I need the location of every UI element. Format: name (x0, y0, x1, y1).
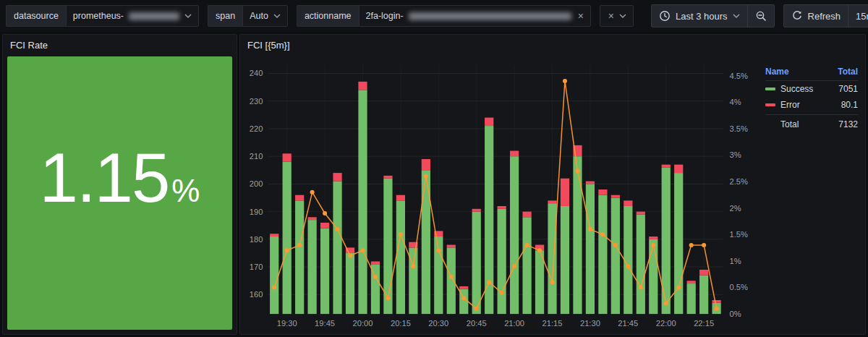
bar-error[interactable] (611, 195, 620, 198)
fci-line-point[interactable] (651, 243, 655, 247)
refresh-interval-select[interactable]: 15m (848, 5, 868, 27)
bar-success[interactable] (270, 236, 278, 314)
bar-error[interactable] (712, 300, 720, 303)
fci-line-point[interactable] (310, 190, 315, 195)
bar-success[interactable] (522, 217, 531, 314)
fci-line-point[interactable] (336, 227, 340, 231)
fci-line-point[interactable] (512, 264, 516, 268)
datasource-select[interactable]: prometheus- (66, 5, 199, 27)
bar-success[interactable] (346, 253, 354, 314)
fci-line-point[interactable] (626, 264, 630, 268)
bar-error[interactable] (561, 179, 569, 206)
fci-line-point[interactable] (285, 248, 289, 252)
fci-line-point[interactable] (399, 232, 403, 236)
bar-error[interactable] (586, 182, 595, 184)
bar-error[interactable] (485, 118, 493, 126)
fci-line-point[interactable] (386, 296, 390, 300)
legend-name[interactable]: Error (780, 100, 841, 110)
fci-line-point[interactable] (525, 243, 529, 247)
fci-line-point[interactable] (588, 227, 592, 231)
fci-line-point[interactable] (715, 307, 719, 311)
bar-success[interactable] (598, 195, 607, 314)
bar-success[interactable] (573, 156, 582, 314)
bar-success[interactable] (637, 214, 645, 314)
fci-line-point[interactable] (461, 296, 466, 300)
bar-success[interactable] (624, 206, 632, 314)
bar-success[interactable] (498, 209, 506, 314)
bar-error[interactable] (498, 206, 506, 209)
fci-line-point[interactable] (348, 254, 352, 258)
bar-success[interactable] (586, 184, 595, 314)
fci-line-point[interactable] (487, 280, 491, 284)
fci-line-point[interactable] (639, 286, 643, 290)
bar-success[interactable] (611, 198, 620, 315)
fci-line-point[interactable] (449, 275, 454, 279)
bar-error[interactable] (674, 165, 683, 173)
fci-line-point[interactable] (689, 243, 694, 247)
bar-success[interactable] (396, 200, 405, 314)
bar-error[interactable] (422, 159, 430, 170)
bar-error[interactable] (699, 270, 708, 276)
bar-error[interactable] (333, 173, 341, 181)
bar-success[interactable] (333, 182, 341, 315)
bar-success[interactable] (561, 206, 569, 314)
bar-error[interactable] (320, 223, 329, 229)
bar-error[interactable] (598, 189, 607, 195)
bar-success[interactable] (548, 203, 556, 314)
extra-filter-select[interactable]: × (600, 5, 634, 27)
fci-line-point[interactable] (360, 248, 365, 252)
fci-line-point[interactable] (613, 243, 618, 247)
bar-success[interactable] (535, 250, 544, 314)
fci-line-point[interactable] (676, 286, 681, 290)
bar-error[interactable] (396, 195, 405, 201)
bar-error[interactable] (459, 286, 468, 289)
fci-line-point[interactable] (563, 79, 567, 83)
bar-error[interactable] (295, 195, 304, 201)
fci-line-point[interactable] (297, 243, 302, 247)
bar-error[interactable] (548, 200, 556, 203)
bar-error[interactable] (637, 212, 645, 215)
bar-success[interactable] (358, 90, 367, 314)
bar-success[interactable] (662, 167, 671, 314)
bar-success[interactable] (320, 229, 329, 315)
fci-line-point[interactable] (575, 168, 579, 173)
legend-row-error[interactable]: Error 80.1 (765, 97, 858, 113)
bar-error[interactable] (371, 261, 380, 264)
bar-success[interactable] (699, 276, 708, 315)
bar-error[interactable] (308, 217, 317, 220)
bar-success[interactable] (295, 200, 304, 314)
clear-icon[interactable]: × (608, 11, 614, 21)
time-range-picker[interactable]: Last 3 hours (652, 5, 747, 27)
fci-line-point[interactable] (436, 248, 441, 252)
bar-error[interactable] (624, 200, 632, 206)
fci-line-point[interactable] (323, 211, 327, 216)
bar-error[interactable] (510, 150, 519, 156)
bar-success[interactable] (447, 247, 456, 314)
fci-line-point[interactable] (475, 307, 479, 311)
bar-success[interactable] (283, 162, 292, 314)
bar-success[interactable] (510, 156, 519, 314)
fci-chart-panel-title[interactable]: FCI [{5m}] (240, 35, 865, 55)
bar-error[interactable] (447, 245, 456, 248)
fci-line-point[interactable] (373, 275, 378, 279)
fci-line-point[interactable] (600, 232, 605, 236)
bar-success[interactable] (485, 126, 493, 314)
bar-success[interactable] (472, 212, 481, 314)
bar-error[interactable] (270, 234, 278, 236)
fci-line-point[interactable] (702, 243, 706, 247)
refresh-button[interactable]: Refresh (784, 5, 848, 27)
bar-error[interactable] (649, 236, 658, 239)
legend-name[interactable]: Success (780, 84, 838, 94)
bar-success[interactable] (687, 283, 696, 314)
bar-success[interactable] (308, 220, 317, 314)
bar-error[interactable] (383, 176, 392, 179)
fci-line-point[interactable] (550, 280, 554, 284)
bar-error[interactable] (522, 212, 531, 218)
legend-name-header[interactable]: Name (765, 67, 789, 77)
bar-success[interactable] (674, 173, 683, 314)
bar-error[interactable] (283, 153, 292, 161)
bar-success[interactable] (649, 239, 658, 314)
fci-rate-panel-title[interactable]: FCI Rate (3, 35, 237, 55)
bar-error[interactable] (662, 165, 671, 168)
bar-error[interactable] (472, 209, 481, 212)
